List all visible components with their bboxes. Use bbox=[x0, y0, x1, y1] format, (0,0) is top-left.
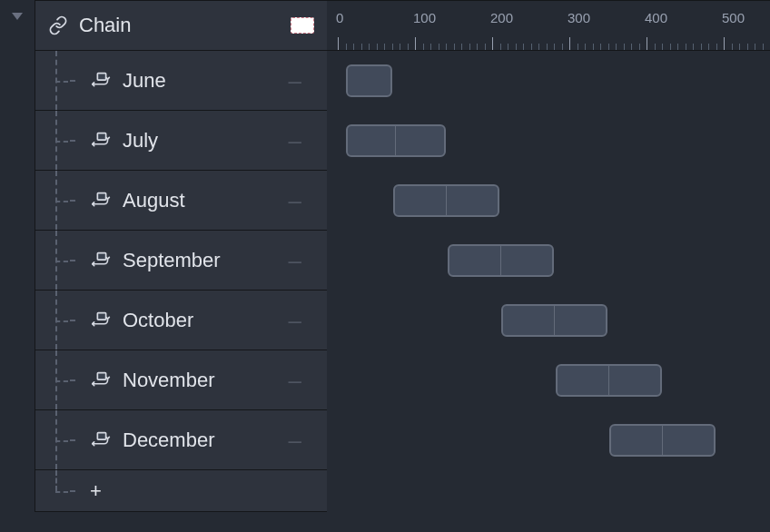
ruler-tick-label: 0 bbox=[336, 10, 343, 25]
remove-item-button[interactable]: – bbox=[289, 429, 301, 452]
timeline-area[interactable]: 0100200300400500 bbox=[327, 0, 770, 532]
svg-rect-4 bbox=[97, 312, 105, 319]
ruler-tick-label: 500 bbox=[722, 10, 745, 25]
timeline-clip[interactable] bbox=[346, 64, 392, 97]
color-swatch[interactable] bbox=[291, 17, 314, 34]
panel-item-row[interactable]: July – bbox=[35, 111, 327, 171]
svg-rect-3 bbox=[97, 252, 105, 259]
item-label: July bbox=[123, 129, 158, 153]
ruler-tick-label: 200 bbox=[490, 10, 513, 25]
ruler-tick-label: 300 bbox=[568, 10, 590, 25]
timeline-clip[interactable] bbox=[346, 124, 447, 157]
track-panel: Chain June – July – bbox=[35, 0, 327, 532]
svg-rect-0 bbox=[97, 73, 105, 79]
ruler-tick-label: 100 bbox=[413, 10, 436, 25]
item-label: September bbox=[123, 249, 221, 272]
timeline-row bbox=[327, 291, 770, 350]
svg-rect-5 bbox=[97, 372, 105, 379]
item-label: August bbox=[123, 189, 185, 212]
chain-header-row[interactable]: Chain bbox=[35, 0, 327, 51]
timeline-clip[interactable] bbox=[609, 424, 716, 457]
chain-title: Chain bbox=[79, 14, 131, 37]
panel-item-row[interactable]: August – bbox=[35, 171, 327, 231]
clip-repeat-icon bbox=[90, 192, 114, 210]
collapse-chevron-icon[interactable] bbox=[12, 13, 23, 20]
clip-repeat-icon bbox=[90, 72, 114, 90]
timeline-row bbox=[327, 350, 770, 410]
clip-repeat-icon bbox=[90, 311, 114, 330]
timeline-clip[interactable] bbox=[393, 184, 499, 217]
panel-item-row[interactable]: November – bbox=[35, 350, 327, 410]
timeline-ruler: 0100200300400500 bbox=[327, 0, 770, 51]
chain-icon bbox=[48, 15, 68, 35]
add-item-row: + bbox=[35, 470, 327, 512]
clip-repeat-icon bbox=[90, 371, 114, 389]
timeline-row bbox=[327, 171, 770, 231]
panel-item-row[interactable]: June – bbox=[35, 51, 327, 111]
item-label: October bbox=[123, 309, 193, 332]
remove-item-button[interactable]: – bbox=[289, 129, 301, 153]
ruler-tick-label: 400 bbox=[645, 10, 667, 25]
remove-item-button[interactable]: – bbox=[289, 369, 301, 392]
panel-item-row[interactable]: December – bbox=[35, 410, 327, 470]
svg-rect-2 bbox=[97, 192, 105, 199]
timeline-clip[interactable] bbox=[448, 244, 554, 277]
clip-repeat-icon bbox=[90, 431, 114, 449]
remove-item-button[interactable]: – bbox=[289, 69, 301, 93]
remove-item-button[interactable]: – bbox=[289, 249, 301, 272]
panel-item-row[interactable]: September – bbox=[35, 231, 327, 291]
timeline-row bbox=[327, 231, 770, 291]
panel-item-row[interactable]: October – bbox=[35, 291, 327, 350]
item-label: June bbox=[123, 69, 166, 93]
timeline-row bbox=[327, 410, 770, 470]
timeline-clip[interactable] bbox=[501, 304, 607, 337]
timeline-row bbox=[327, 111, 770, 171]
remove-item-button[interactable]: – bbox=[289, 309, 301, 332]
clip-repeat-icon bbox=[90, 251, 114, 270]
timeline-row bbox=[327, 51, 770, 111]
remove-item-button[interactable]: – bbox=[289, 189, 301, 212]
add-item-button[interactable]: + bbox=[90, 479, 102, 503]
item-label: December bbox=[123, 429, 214, 452]
svg-rect-6 bbox=[97, 432, 105, 438]
clip-repeat-icon bbox=[90, 132, 114, 150]
item-label: November bbox=[123, 369, 214, 392]
svg-rect-1 bbox=[97, 133, 105, 139]
timeline-clip[interactable] bbox=[556, 364, 662, 397]
